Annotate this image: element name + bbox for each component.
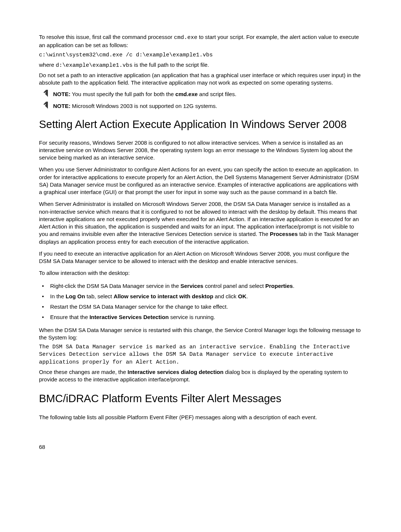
heading-bmc-idrac: BMC/iDRAC Platform Events Filter Alert M…	[39, 391, 362, 406]
list-item: Right-click the DSM SA Data Manager serv…	[39, 282, 362, 290]
text: .	[293, 283, 294, 289]
intro-paragraph-1: To resolve this issue, first call the co…	[39, 33, 362, 49]
note-row-2: NOTE: Microsoft Windows 2003 is not supp…	[39, 102, 362, 111]
note-icon	[39, 102, 48, 111]
note-text-2: NOTE: Microsoft Windows 2003 is not supp…	[53, 102, 362, 110]
text: tab, select	[85, 293, 114, 299]
svg-rect-0	[43, 90, 48, 97]
inline-code: cmd.exe	[174, 35, 197, 41]
text: service is running.	[169, 314, 215, 320]
section1-p4: If you need to execute an interactive ap…	[39, 250, 362, 265]
list-item: Restart the DSM SA Data Manager service …	[39, 303, 362, 311]
page-number: 68	[39, 443, 362, 451]
inline-code: d:\example\example1.vbs	[56, 62, 133, 69]
bold-text: Allow service to interact with desktop	[114, 293, 213, 299]
code-block-2: The DSM SA Data Manager service is marke…	[39, 344, 362, 366]
after-bullets-p1: When the DSM SA Data Manager service is …	[39, 326, 362, 342]
section2-p1: The following table lists all possible P…	[39, 414, 362, 421]
text: .	[247, 293, 248, 299]
section1-p5: To allow interaction with the desktop:	[39, 269, 362, 277]
text: is the full path to the script file.	[133, 62, 209, 68]
bold-text: Properties	[265, 283, 293, 289]
code-line-1: c:\winnt\system32\cmd.exe /c d:\example\…	[39, 52, 362, 59]
list-item: Ensure that the Interactive Services Det…	[39, 313, 362, 321]
note-label: NOTE:	[53, 91, 71, 97]
section1-p2: When you use Server Administrator to con…	[39, 166, 362, 196]
text: and script files.	[198, 91, 236, 97]
section1-p3: When Server Administrator is installed o…	[39, 200, 362, 246]
note-text-1: NOTE: You must specify the full path for…	[53, 91, 362, 98]
bold-text: cmd.exe	[175, 91, 198, 97]
bold-text: Processes	[270, 231, 298, 237]
bold-text: Interactive Services Detection	[89, 314, 169, 320]
bold-text: Log On	[66, 293, 85, 299]
svg-rect-1	[43, 102, 48, 109]
note-label: NOTE:	[53, 103, 71, 109]
intro-paragraph-3: Do not set a path to an interactive appl…	[39, 72, 362, 87]
note-row-1: NOTE: You must specify the full path for…	[39, 91, 362, 99]
text: control panel and select	[203, 283, 265, 289]
after-bullets-p2: Once these changes are made, the Interac…	[39, 368, 362, 384]
section1-p1: For security reasons, Windows Server 200…	[39, 139, 362, 162]
text: You must specify the full path for both …	[71, 91, 176, 97]
bullet-list: Right-click the DSM SA Data Manager serv…	[39, 282, 362, 321]
text: In the	[50, 293, 66, 299]
text: Once these changes are made, the	[39, 369, 127, 375]
bold-text: Services	[180, 283, 203, 289]
bold-text: OK	[238, 293, 247, 299]
text: Ensure that the	[50, 314, 89, 320]
note-icon	[39, 90, 48, 99]
heading-setting-alert-action: Setting Alert Action Execute Application…	[39, 117, 362, 132]
text: To resolve this issue, first call the co…	[39, 34, 174, 40]
text: Microsoft Windows 2003 is not supported …	[71, 103, 217, 109]
text: Right-click the DSM SA Data Manager serv…	[50, 283, 180, 289]
text: and click	[213, 293, 238, 299]
list-item: In the Log On tab, select Allow service …	[39, 293, 362, 300]
intro-paragraph-2: where d:\example\example1.vbs is the ful…	[39, 61, 362, 69]
text: where	[39, 62, 56, 68]
bold-text: Interactive services dialog detection	[127, 369, 223, 375]
